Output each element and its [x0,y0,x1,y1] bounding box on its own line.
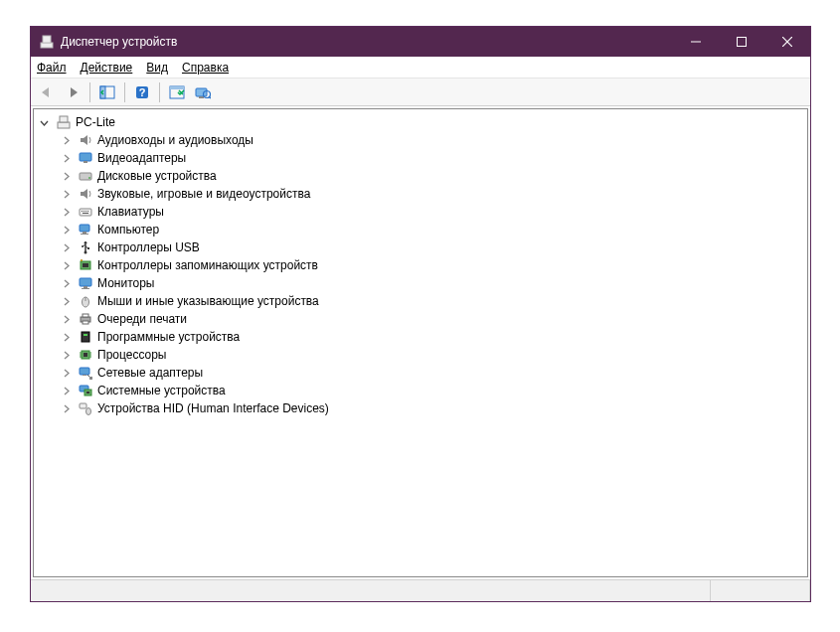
menu-action[interactable]: Действие [81,61,133,75]
svg-rect-36 [83,263,88,267]
disk-icon [78,168,93,184]
status-cell [711,580,810,601]
scan-hardware-button[interactable] [191,81,215,103]
menubar: Файл Действие Вид Справка [31,57,810,79]
svg-rect-30 [83,232,86,234]
svg-rect-19 [84,161,87,163]
computer-icon [56,114,72,130]
expander-closed-icon[interactable] [62,190,76,199]
minimize-button[interactable] [673,27,719,57]
tree-root-node[interactable]: PC-Lite [34,113,807,131]
svg-rect-44 [83,314,88,317]
tree-category-node[interactable]: Аудиовходы и аудиовыходы [56,131,807,149]
tree-category-node[interactable]: Видеоадаптеры [56,149,807,167]
svg-rect-28 [83,213,88,214]
titlebar[interactable]: Диспетчер устройств [31,27,810,57]
tree-category-label: Системные устройства [97,384,226,397]
tree-category-node[interactable]: Программные устройства [56,328,807,346]
svg-rect-16 [58,122,70,128]
statusbar [31,579,810,601]
expander-closed-icon[interactable] [62,369,76,378]
toolbar: ? [31,79,810,106]
svg-rect-13 [199,96,204,98]
menu-help[interactable]: Справка [182,61,229,75]
tree-category-label: Мониторы [97,276,154,290]
properties-button[interactable] [165,81,189,103]
svg-rect-61 [86,392,89,394]
expander-closed-icon[interactable] [62,261,76,270]
help-button[interactable]: ? [130,81,154,103]
sound-icon [78,186,93,202]
forward-button[interactable] [61,81,84,103]
tree-category-label: Контроллеры запоминающих устройств [97,258,318,272]
expander-closed-icon[interactable] [62,404,76,413]
tree-category-node[interactable]: Компьютер [56,221,807,238]
maximize-button[interactable] [719,27,764,57]
svg-rect-3 [738,38,747,47]
tree-category-label: Клавиатуры [97,205,164,219]
tree-category-node[interactable]: Очереди печати [56,310,807,328]
expander-closed-icon[interactable] [62,154,76,163]
svg-rect-39 [84,286,87,288]
expander-closed-icon[interactable] [62,243,76,252]
tree-category-label: Мыши и иные указывающие устройства [97,294,319,308]
device-manager-window: Диспетчер устройств Файл Действие Вид Сп… [30,26,811,602]
tree-category-node[interactable]: Контроллеры USB [56,238,807,256]
expander-closed-icon[interactable] [62,136,76,145]
svg-rect-1 [43,36,51,43]
menu-file[interactable]: Файл [37,61,67,75]
show-hide-tree-button[interactable] [95,81,119,103]
svg-rect-11 [170,86,184,89]
tree-category-node[interactable]: Сетевые адаптеры [56,364,807,382]
expander-closed-icon[interactable] [62,172,76,181]
tree-category-node[interactable]: Процессоры [56,346,807,364]
tree-category-node[interactable]: Мыши и иные указывающие устройства [56,292,807,310]
tree-category-label: Сетевые адаптеры [97,366,203,380]
expander-closed-icon[interactable] [62,387,76,395]
svg-rect-22 [80,209,91,216]
svg-rect-29 [80,225,89,232]
status-cell [31,580,611,601]
tree-category-node[interactable]: Дисковые устройства [56,167,807,185]
tree-category-label: Устройства HID (Human Interface Devices) [97,401,329,415]
separator [124,82,125,102]
svg-rect-38 [80,278,91,286]
network-icon [78,365,93,381]
software-device-icon [78,329,93,345]
menu-view[interactable]: Вид [146,61,168,75]
tree-category-label: Программные устройства [97,330,240,344]
tree-category-node[interactable]: Устройства HID (Human Interface Devices) [56,399,807,417]
back-button[interactable] [35,81,59,103]
tree-category-node[interactable]: Мониторы [56,274,807,292]
tree-root-label: PC-Lite [76,115,115,129]
close-button[interactable] [764,27,810,57]
tree-category-label: Аудиовходы и аудиовыходы [97,133,253,147]
expander-closed-icon[interactable] [62,226,76,235]
tree-category-node[interactable]: Звуковые, игровые и видеоустройства [56,185,807,203]
device-tree-panel[interactable]: PC-Lite Аудиовходы и аудиовыходыВидеоада… [33,108,808,577]
tree-category-node[interactable]: Контроллеры запоминающих устройств [56,256,807,274]
separator [89,82,90,102]
tree-category-label: Дисковые устройства [97,169,217,183]
app-icon [39,34,55,50]
tree-category-node[interactable]: Системные устройства [56,382,807,399]
expander-closed-icon[interactable] [62,351,76,360]
expander-closed-icon[interactable] [62,279,76,288]
svg-point-33 [82,245,84,247]
expander-closed-icon[interactable] [62,315,76,324]
window-title: Диспетчер устройств [61,35,673,49]
tree-category-node[interactable]: Клавиатуры [56,203,807,221]
separator [159,82,160,102]
svg-rect-57 [83,375,86,376]
svg-rect-26 [85,211,86,212]
device-tree: PC-Lite Аудиовходы и аудиовыходыВидеоада… [34,113,807,417]
tree-category-label: Компьютер [97,223,159,237]
system-icon [78,383,93,398]
expander-closed-icon[interactable] [62,297,76,306]
svg-point-63 [86,408,91,415]
expander-closed-icon[interactable] [62,208,76,217]
svg-rect-18 [80,153,91,161]
expander-closed-icon[interactable] [62,333,76,342]
svg-rect-45 [83,321,88,324]
expander-open-icon[interactable] [40,118,54,127]
